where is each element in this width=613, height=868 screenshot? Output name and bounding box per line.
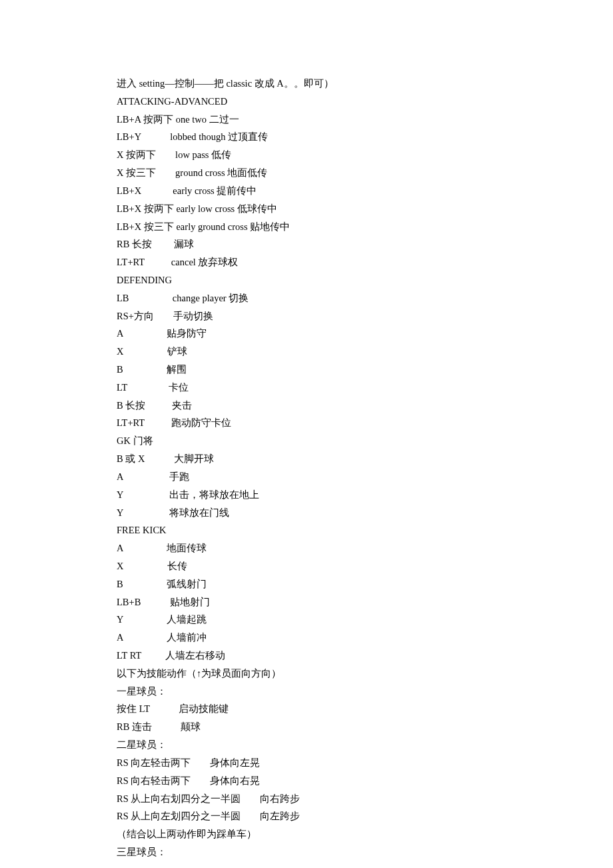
text-line: A 贴身防守 bbox=[117, 325, 613, 343]
text-line: LB+X 按两下 early low cross 低球传中 bbox=[117, 200, 613, 218]
text-line: LT+RT cancel 放弃球权 bbox=[117, 253, 613, 271]
text-line: RB 长按 漏球 bbox=[117, 235, 613, 253]
text-line: B 弧线射门 bbox=[117, 575, 613, 593]
text-line: LB+B 贴地射门 bbox=[117, 593, 613, 611]
text-line: 按住 LT 启动技能键 bbox=[117, 700, 613, 718]
text-line: LB+X 按三下 early ground cross 贴地传中 bbox=[117, 218, 613, 236]
text-line: Y 人墙起跳 bbox=[117, 611, 613, 629]
text-line: LB+Y lobbed though 过顶直传 bbox=[117, 128, 613, 146]
text-line: X 按三下 ground cross 地面低传 bbox=[117, 164, 613, 182]
text-line: LB change player 切换 bbox=[117, 289, 613, 307]
text-line: FREE KICK bbox=[117, 521, 613, 539]
text-line: Y 将球放在门线 bbox=[117, 504, 613, 522]
text-line: B 或 X 大脚开球 bbox=[117, 450, 613, 468]
text-line: 一星球员： bbox=[117, 683, 613, 701]
text-line: RS 向右轻击两下 身体向右晃 bbox=[117, 772, 613, 790]
text-line: X 铲球 bbox=[117, 343, 613, 361]
text-line: 三星球员： bbox=[117, 843, 613, 861]
text-line: LT+RT 跑动防守卡位 bbox=[117, 414, 613, 432]
text-line: B 长按 夹击 bbox=[117, 397, 613, 415]
text-line: B 解围 bbox=[117, 361, 613, 379]
text-line: RS 从上向右划四分之一半圆 向右跨步 bbox=[117, 790, 613, 808]
text-line: A 地面传球 bbox=[117, 539, 613, 557]
text-line: X 按两下 low pass 低传 bbox=[117, 146, 613, 164]
text-line: X 长传 bbox=[117, 557, 613, 575]
text-line: （结合以上两动作即为踩单车） bbox=[117, 825, 613, 843]
text-line: 二星球员： bbox=[117, 736, 613, 754]
text-line: 以下为技能动作（↑为球员面向方向） bbox=[117, 665, 613, 683]
text-line: A 人墙前冲 bbox=[117, 629, 613, 647]
text-line: Y 出击，将球放在地上 bbox=[117, 486, 613, 504]
text-line: LB+A 按两下 one two 二过一 bbox=[117, 111, 613, 129]
text-line: RB 连击 颠球 bbox=[117, 718, 613, 736]
text-line: RS+方向 手动切换 bbox=[117, 307, 613, 325]
text-line: LB+X early cross 提前传中 bbox=[117, 182, 613, 200]
document-page: 进入 setting—控制——把 classic 改成 A。。即可） ATTAC… bbox=[0, 0, 613, 868]
text-line: A 手跑 bbox=[117, 468, 613, 486]
text-line: LT 卡位 bbox=[117, 379, 613, 397]
text-line: 进入 setting—控制——把 classic 改成 A。。即可） bbox=[117, 75, 613, 93]
text-line: LT RT 人墙左右移动 bbox=[117, 647, 613, 665]
text-line: ATTACKING-ADVANCED bbox=[117, 93, 613, 111]
text-line: DEFENDING bbox=[117, 271, 613, 289]
text-line: RS 向左轻击两下 身体向左晃 bbox=[117, 754, 613, 772]
text-line: RS 从上向左划四分之一半圆 向左跨步 bbox=[117, 807, 613, 825]
text-line: GK 门将 bbox=[117, 432, 613, 450]
